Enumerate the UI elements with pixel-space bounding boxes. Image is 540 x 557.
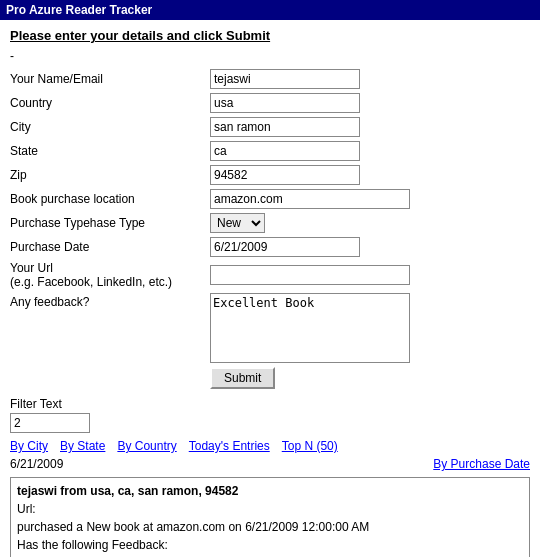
purchase-type-label: Purchase Typehase Type — [10, 216, 210, 230]
filter-label: Filter Text — [10, 397, 530, 411]
entry-1-headline: tejaswi from usa, ca, san ramon, 94582 — [17, 482, 523, 500]
filter-section: Filter Text — [10, 397, 530, 433]
purchase-type-row: Purchase Typehase Type New Used — [10, 213, 530, 233]
zip-input[interactable] — [210, 165, 360, 185]
zip-row: Zip — [10, 165, 530, 185]
entry-1-url: Url: — [17, 500, 523, 518]
purchase-date-label: Purchase Date — [10, 240, 210, 254]
nav-by-country[interactable]: By Country — [117, 439, 176, 453]
submit-row: Submit — [10, 367, 530, 389]
book-location-row: Book purchase location — [10, 189, 530, 209]
nav-todays-entries[interactable]: Today's Entries — [189, 439, 270, 453]
country-row: Country — [10, 93, 530, 113]
purchase-date-input[interactable] — [210, 237, 360, 257]
date-value: 6/21/2009 — [10, 457, 63, 471]
country-label: Country — [10, 96, 210, 110]
url-input[interactable] — [210, 265, 410, 285]
name-email-input[interactable] — [210, 69, 360, 89]
feedback-row: Any feedback? Excellent Book — [10, 293, 530, 363]
nav-top-n[interactable]: Top N (50) — [282, 439, 338, 453]
sort-by-purchase-date[interactable]: By Purchase Date — [433, 457, 530, 471]
entry-1-purchase: purchased a New book at amazon.com on 6/… — [17, 518, 523, 536]
url-label: Your Url (e.g. Facebook, LinkedIn, etc.) — [10, 261, 210, 289]
title-bar-label: Pro Azure Reader Tracker — [6, 3, 152, 17]
book-location-input[interactable] — [210, 189, 410, 209]
url-row: Your Url (e.g. Facebook, LinkedIn, etc.) — [10, 261, 530, 289]
feedback-label: Any feedback? — [10, 293, 210, 309]
country-input[interactable] — [210, 93, 360, 113]
title-bar: Pro Azure Reader Tracker — [0, 0, 540, 20]
city-input[interactable] — [210, 117, 360, 137]
name-email-row: Your Name/Email — [10, 69, 530, 89]
purchase-type-select[interactable]: New Used — [210, 213, 265, 233]
submit-button[interactable]: Submit — [210, 367, 275, 389]
state-input[interactable] — [210, 141, 360, 161]
city-row: City — [10, 117, 530, 137]
purchase-type-wrap: New Used — [210, 213, 265, 233]
state-label: State — [10, 144, 210, 158]
zip-label: Zip — [10, 168, 210, 182]
dash-line: - — [10, 49, 530, 63]
book-location-label: Book purchase location — [10, 192, 210, 206]
date-sort-row: 6/21/2009 By Purchase Date — [10, 457, 530, 471]
entry-1-feedback-label: Has the following Feedback: — [17, 536, 523, 554]
main-content: Please enter your details and click Subm… — [0, 20, 540, 557]
nav-links: By City By State By Country Today's Entr… — [10, 439, 530, 453]
feedback-textarea[interactable]: Excellent Book — [210, 293, 410, 363]
city-label: City — [10, 120, 210, 134]
nav-by-state[interactable]: By State — [60, 439, 105, 453]
state-row: State — [10, 141, 530, 161]
nav-by-city[interactable]: By City — [10, 439, 48, 453]
name-email-label: Your Name/Email — [10, 72, 210, 86]
section-title: Please enter your details and click Subm… — [10, 28, 530, 43]
filter-input[interactable] — [10, 413, 90, 433]
entry-card-1: tejaswi from usa, ca, san ramon, 94582 U… — [10, 477, 530, 557]
purchase-date-row: Purchase Date — [10, 237, 530, 257]
